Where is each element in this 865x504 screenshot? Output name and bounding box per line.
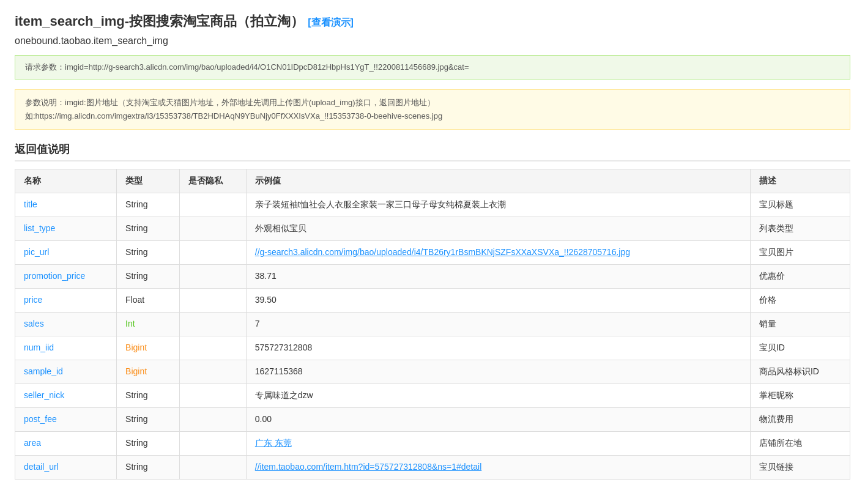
field-type: Float	[117, 289, 180, 313]
field-desc: 销量	[750, 313, 850, 336]
demo-link[interactable]: [查看演示]	[308, 17, 354, 28]
field-name: post_fee	[15, 408, 117, 432]
field-type: String	[117, 456, 180, 480]
field-desc: 宝贝链接	[750, 456, 850, 480]
field-example: //g-search3.alicdn.com/img/bao/uploaded/…	[246, 241, 750, 265]
field-type: Bigint	[117, 360, 180, 384]
field-privacy	[179, 265, 246, 289]
field-type: String	[117, 384, 180, 408]
field-type: Bigint	[117, 336, 180, 360]
return-value-title: 返回值说明	[15, 142, 850, 161]
field-example: //item.taobao.com/item.htm?id=5757273128…	[246, 456, 750, 480]
page-title: item_search_img-按图搜索淘宝商品（拍立淘） [查看演示]	[15, 12, 850, 31]
field-example: 0.00	[246, 408, 750, 432]
field-privacy	[179, 217, 246, 241]
table-header: 名称类型是否隐私示例值描述	[15, 169, 850, 193]
field-example: 亲子装短袖t恤社会人衣服全家装一家三口母子母女纯棉夏装上衣潮	[246, 193, 750, 217]
table-row: promotion_priceString38.71优惠价	[15, 265, 850, 289]
field-privacy	[179, 289, 246, 313]
field-privacy	[179, 360, 246, 384]
field-type: String	[117, 217, 180, 241]
field-type: String	[117, 193, 180, 217]
table-body: titleString亲子装短袖t恤社会人衣服全家装一家三口母子母女纯棉夏装上衣…	[15, 193, 850, 480]
field-name: sales	[15, 313, 117, 336]
request-params-value: imgid=http://g-search3.alicdn.com/img/ba…	[65, 62, 469, 72]
api-name: onebound.taobao.item_search_img	[15, 35, 850, 46]
field-type: String	[117, 408, 180, 432]
table-row: num_iidBigint575727312808宝贝ID	[15, 336, 850, 360]
example-link[interactable]: 广东 东莞	[255, 438, 292, 448]
field-name: seller_nick	[15, 384, 117, 408]
example-link[interactable]: //g-search3.alicdn.com/img/bao/uploaded/…	[255, 247, 630, 257]
field-name: price	[15, 289, 117, 313]
field-privacy	[179, 456, 246, 480]
field-desc: 掌柜昵称	[750, 384, 850, 408]
field-example: 专属味道之dzw	[246, 384, 750, 408]
table-row: list_typeString外观相似宝贝列表类型	[15, 217, 850, 241]
table-row: seller_nickString专属味道之dzw掌柜昵称	[15, 384, 850, 408]
field-privacy	[179, 384, 246, 408]
field-name: pic_url	[15, 241, 117, 265]
field-privacy	[179, 432, 246, 456]
field-privacy	[179, 336, 246, 360]
request-params-box: 请求参数：imgid=http://g-search3.alicdn.com/i…	[15, 55, 850, 80]
param-desc-line2: 如:https://img.alicdn.com/imgextra/i3/153…	[25, 109, 840, 123]
field-desc: 宝贝标题	[750, 193, 850, 217]
table-row: post_feeString0.00物流费用	[15, 408, 850, 432]
field-example: 575727312808	[246, 336, 750, 360]
table-row: areaString广东 东莞店铺所在地	[15, 432, 850, 456]
field-type: Int	[117, 313, 180, 336]
field-desc: 宝贝图片	[750, 241, 850, 265]
request-params-label: 请求参数：	[25, 62, 65, 72]
field-desc: 商品风格标识ID	[750, 360, 850, 384]
field-example: 外观相似宝贝	[246, 217, 750, 241]
field-name: sample_id	[15, 360, 117, 384]
field-type: String	[117, 265, 180, 289]
field-desc: 优惠价	[750, 265, 850, 289]
field-desc: 物流费用	[750, 408, 850, 432]
title-sub: 按图搜索淘宝商品（拍立淘）	[129, 13, 304, 29]
table-row: sample_idBigint1627115368商品风格标识ID	[15, 360, 850, 384]
param-desc-line1: 参数说明：imgid:图片地址（支持淘宝或天猫图片地址，外部地址先调用上传图片(…	[25, 96, 840, 109]
table-col-header: 类型	[117, 169, 180, 193]
field-example: 38.71	[246, 265, 750, 289]
field-name: area	[15, 432, 117, 456]
field-example: 1627115368	[246, 360, 750, 384]
return-value-table: 名称类型是否隐私示例值描述 titleString亲子装短袖t恤社会人衣服全家装…	[15, 169, 850, 480]
field-example: 广东 东莞	[246, 432, 750, 456]
table-row: pic_urlString//g-search3.alicdn.com/img/…	[15, 241, 850, 265]
field-type: String	[117, 432, 180, 456]
field-example: 39.50	[246, 289, 750, 313]
table-row: priceFloat39.50价格	[15, 289, 850, 313]
field-name: title	[15, 193, 117, 217]
field-name: list_type	[15, 217, 117, 241]
field-name: num_iid	[15, 336, 117, 360]
example-link[interactable]: //item.taobao.com/item.htm?id=5757273128…	[255, 462, 481, 472]
field-privacy	[179, 313, 246, 336]
field-privacy	[179, 408, 246, 432]
table-row: salesInt7销量	[15, 313, 850, 336]
field-privacy	[179, 241, 246, 265]
table-col-header: 示例值	[246, 169, 750, 193]
field-privacy	[179, 193, 246, 217]
table-row: detail_urlString//item.taobao.com/item.h…	[15, 456, 850, 480]
table-col-header: 名称	[15, 169, 117, 193]
field-name: promotion_price	[15, 265, 117, 289]
field-desc: 店铺所在地	[750, 432, 850, 456]
table-col-header: 是否隐私	[179, 169, 246, 193]
param-desc-box: 参数说明：imgid:图片地址（支持淘宝或天猫图片地址，外部地址先调用上传图片(…	[15, 89, 850, 130]
field-type: String	[117, 241, 180, 265]
table-header-row: 名称类型是否隐私示例值描述	[15, 169, 850, 193]
table-row: titleString亲子装短袖t恤社会人衣服全家装一家三口母子母女纯棉夏装上衣…	[15, 193, 850, 217]
field-desc: 宝贝ID	[750, 336, 850, 360]
field-desc: 列表类型	[750, 217, 850, 241]
field-desc: 价格	[750, 289, 850, 313]
field-name: detail_url	[15, 456, 117, 480]
title-main: item_search_img-	[15, 13, 129, 29]
table-col-header: 描述	[750, 169, 850, 193]
field-example: 7	[246, 313, 750, 336]
